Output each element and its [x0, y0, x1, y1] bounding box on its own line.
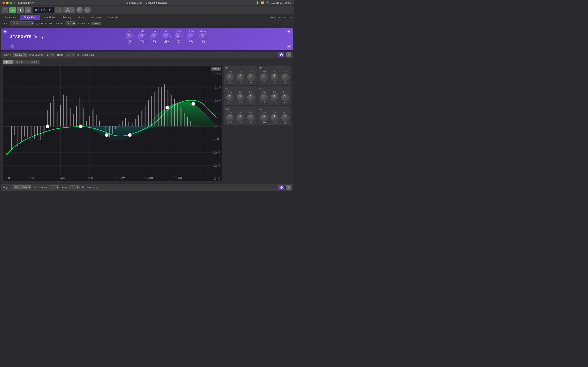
record-round-button[interactable]: ⊙ — [84, 7, 91, 13]
eq1-bw-label: BW — [239, 71, 242, 73]
eq5-freq-knob[interactable] — [226, 114, 233, 121]
eq3-bw-group: BW 3.0 — [237, 91, 244, 104]
plugin4-route-select[interactable]: 5 — [65, 53, 75, 57]
knob-time[interactable] — [126, 33, 134, 41]
qwerty-label: QWERTY: — [36, 22, 47, 25]
eq-graph-svg: 24.0 18.0 12.0 0 -6.0 -12.0 -18.0 -24.0 … — [3, 66, 222, 181]
eq4-gain-knob[interactable] — [281, 94, 289, 101]
eq3-bw-value: 3.0 — [239, 101, 242, 104]
plugin5-close-btn[interactable]: ✕ — [286, 185, 291, 190]
eq4-bw-group: BW 3.0 — [271, 91, 278, 104]
eq4-freq-knob[interactable] — [260, 94, 268, 101]
tab-sequencer[interactable]: Sequencer — [2, 15, 20, 20]
tab-notepad[interactable]: Notepad — [105, 15, 121, 20]
delay-plus-br[interactable]: + — [287, 45, 291, 49]
eq3-gain-knob[interactable] — [247, 94, 255, 101]
tab-hardware[interactable]: Hardware — [87, 15, 105, 20]
plugin4-close-btn[interactable]: ✕ — [286, 52, 291, 57]
eq6-freq-knob[interactable] — [260, 114, 268, 121]
eq2-bw-knob[interactable] — [271, 73, 278, 81]
minimize-btn[interactable] — [6, 2, 9, 4]
play-button[interactable]: ▶ — [9, 7, 16, 13]
delay-add-bottom-btn[interactable]: + — [10, 44, 14, 48]
eq-tab-prefx[interactable]: PreFX — [13, 60, 26, 64]
eq1-gain-knob[interactable] — [247, 73, 255, 81]
eq4-bw-knob[interactable] — [271, 94, 278, 101]
knob-stereo[interactable] — [199, 33, 208, 41]
stop-button[interactable]: ■ — [17, 7, 24, 13]
eq-tab-postfx[interactable]: PostFX — [26, 60, 40, 64]
eq5-bw-knob[interactable] — [237, 114, 244, 121]
svg-text:20: 20 — [6, 176, 10, 180]
knob-label-wet: Wet — [165, 30, 168, 32]
daw-select[interactable]: DAW — [65, 10, 73, 12]
knob-group-dry: Dry 0.0 — [150, 30, 158, 43]
eq4-freq-group: Freq 1.4k — [260, 91, 268, 104]
eq4-bw-label: BW — [273, 91, 276, 93]
close-btn[interactable] — [2, 2, 5, 4]
tab-item-editor[interactable]: Item Editor — [40, 15, 59, 20]
eq-menu-btn[interactable]: Menu — [211, 67, 221, 71]
svg-text:146: 146 — [60, 176, 65, 180]
eq-graph-container: Menu — [3, 66, 222, 181]
metronome-knob[interactable] — [76, 7, 83, 13]
eq3-title: EQ3 — [225, 87, 255, 90]
plugin5-type-select[interactable]: Pitch Glitch — [13, 185, 31, 189]
eq1-title: EQ1 — [225, 67, 255, 69]
eq5-gain-value: 7.2 — [250, 122, 252, 124]
plugin5-route-select[interactable]: 6 — [69, 185, 80, 189]
eq1-bw-knob[interactable] — [237, 73, 244, 81]
plugin5-midi-select[interactable]: 1 — [49, 185, 60, 189]
tab-routing[interactable]: Routing — [59, 15, 74, 20]
record-button[interactable]: ● — [25, 7, 31, 13]
maximize-btn[interactable] — [10, 2, 12, 4]
headphone-button[interactable]: 🎧 — [55, 7, 62, 13]
eq5-title: EQ5 — [225, 108, 255, 110]
plugin5-power-btn[interactable]: ⏻ — [278, 185, 284, 190]
plugin4-route-label: Route — [57, 54, 63, 56]
eq2-bw-value: 3.0 — [273, 81, 276, 83]
svg-point-34 — [165, 106, 169, 109]
eq5-gain-knob[interactable] — [247, 114, 255, 121]
eq4-gain-group: Gain -3.2 — [281, 91, 289, 104]
eq2-freq-knob[interactable] — [260, 73, 268, 81]
svg-text:2.8khz: 2.8khz — [144, 176, 154, 180]
tab-mixer[interactable]: Mixer — [75, 15, 87, 20]
knob-cutoff[interactable] — [187, 33, 195, 41]
eq6-bw-knob[interactable] — [271, 114, 278, 121]
eq6-bw-label: BW — [273, 111, 276, 113]
midi-channel-select[interactable]: 1 — [66, 21, 76, 25]
eq-tab-eq[interactable]: EQ — [3, 60, 13, 64]
eq1-gain-label: Gain — [249, 71, 253, 73]
plugin4-midi-select[interactable]: 1 — [45, 53, 55, 57]
eq3-freq-knob[interactable] — [226, 94, 233, 101]
knob-group-wet: Wet -12.0 — [163, 30, 171, 43]
eq3-bw-knob[interactable] — [237, 94, 244, 101]
eq-band-4: EQ4 Freq 1.4k BW 3.0 — [258, 86, 291, 105]
knob-value-cutoff: 3.0k — [189, 41, 193, 43]
menu-button[interactable]: ☰ — [2, 7, 8, 13]
eq6-gain-knob[interactable] — [281, 114, 289, 121]
tab-plugin-rack[interactable]: Plugin Rack — [20, 15, 40, 20]
plugin4-power-btn[interactable]: ⏻ — [278, 52, 284, 57]
track-controls: Track track1 QWERTY: MIDI Channel 1 Octa… — [0, 20, 294, 27]
eq1-freq-knob[interactable] — [226, 73, 233, 81]
delay-add-top-btn[interactable]: + — [3, 30, 7, 34]
eq2-knobs: Freq 184 BW 3.0 Gain — [259, 71, 290, 83]
knob-wet[interactable] — [163, 33, 171, 41]
knob-group-fdbk: Fdbk -12.0 — [138, 30, 146, 43]
knob-value-stereo: 1.0 — [202, 41, 205, 43]
eq2-gain-knob[interactable] — [281, 73, 289, 81]
delay-plus-tr[interactable]: + — [287, 30, 291, 34]
plugin4-type-select[interactable]: SG EQ — [13, 53, 27, 57]
app-name: Stargate DAW — [18, 1, 34, 4]
knob-label-duck: Duck — [177, 30, 181, 32]
knob-label-fdbk: Fdbk — [140, 30, 144, 32]
menu-btn[interactable]: Menu — [91, 22, 101, 25]
knob-dry[interactable] — [150, 33, 158, 41]
knob-duck[interactable] — [175, 33, 183, 41]
eq1-freq-group: Freq 65 — [226, 71, 233, 83]
track-select[interactable]: track1 — [9, 21, 34, 25]
knob-fdbk[interactable] — [138, 33, 146, 41]
titlebar-right: 🔋 📶 🔍 Sat Jan 21 7:16 PM — [256, 1, 292, 4]
